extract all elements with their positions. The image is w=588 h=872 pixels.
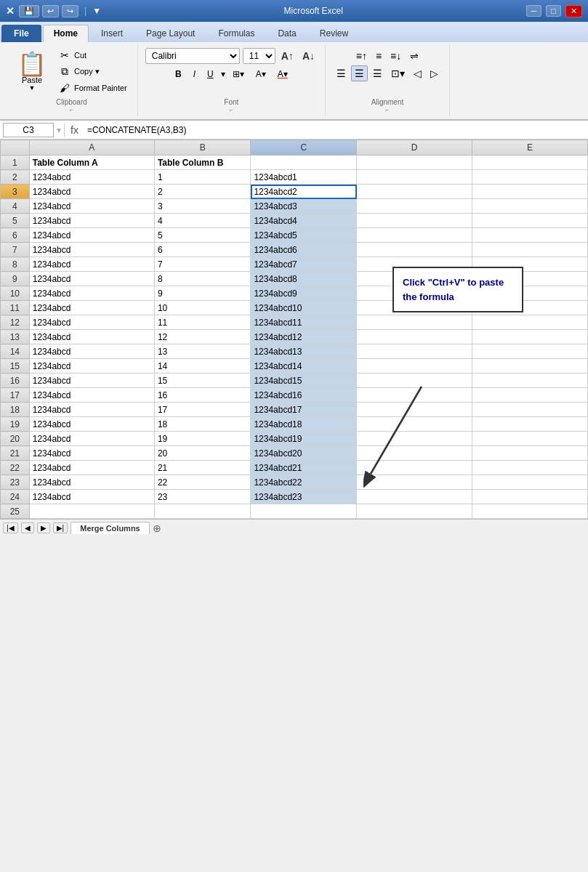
cell-a25[interactable] [29, 504, 154, 519]
cell-c21[interactable]: 1234abcd20 [251, 446, 357, 461]
cell-d5[interactable] [357, 214, 472, 228]
wrap-text-button[interactable]: ⇌ [406, 48, 422, 64]
cell-b21[interactable]: 20 [154, 446, 250, 461]
cell-d14[interactable] [357, 344, 472, 359]
row-header[interactable]: 8 [1, 257, 30, 272]
border-button[interactable]: ⊞▾ [228, 67, 249, 81]
cell-c16[interactable]: 1234abcd15 [251, 374, 357, 388]
row-header[interactable]: 12 [1, 315, 30, 330]
cell-e20[interactable] [472, 432, 588, 446]
italic-button[interactable]: I [189, 67, 200, 81]
cell-b4[interactable]: 3 [154, 199, 250, 214]
cell-a17[interactable]: 1234abcd [29, 388, 154, 403]
cell-a24[interactable]: 1234abcd [29, 490, 154, 504]
cell-b5[interactable]: 4 [154, 214, 250, 228]
col-header-e[interactable]: E [472, 140, 588, 156]
cell-c2[interactable]: 1234abcd1 [251, 170, 357, 185]
cell-a1[interactable]: Table Column A [29, 156, 154, 170]
cell-a2[interactable]: 1234abcd [29, 170, 154, 185]
cell-d13[interactable] [357, 330, 472, 344]
cell-a16[interactable]: 1234abcd [29, 374, 154, 388]
cell-b9[interactable]: 8 [154, 272, 250, 286]
font-grow-button[interactable]: A↑ [278, 49, 297, 63]
cell-b20[interactable]: 19 [154, 432, 250, 446]
formula-input[interactable] [84, 124, 585, 137]
col-header-d[interactable]: D [357, 140, 472, 156]
cell-a22[interactable]: 1234abcd [29, 461, 154, 475]
cell-c4[interactable]: 1234abcd3 [251, 199, 357, 214]
row-header[interactable]: 10 [1, 286, 30, 301]
cell-c7[interactable]: 1234abcd6 [251, 243, 357, 257]
col-header-b[interactable]: B [154, 140, 250, 156]
cell-e7[interactable] [472, 243, 588, 257]
cell-c17[interactable]: 1234abcd16 [251, 388, 357, 403]
row-header[interactable]: 7 [1, 243, 30, 257]
cell-e13[interactable] [472, 330, 588, 344]
cell-e15[interactable] [472, 359, 588, 374]
cell-b10[interactable]: 9 [154, 286, 250, 301]
underline-button[interactable]: U [203, 67, 218, 81]
align-center-button[interactable]: ☰ [351, 65, 368, 81]
cell-a21[interactable]: 1234abcd [29, 446, 154, 461]
cell-c8[interactable]: 1234abcd7 [251, 257, 357, 272]
font-size-selector[interactable]: 11 [243, 48, 275, 64]
cell-c13[interactable]: 1234abcd12 [251, 330, 357, 344]
close-button[interactable]: ✕ [565, 5, 582, 17]
undo-button[interactable]: ↩ [42, 5, 59, 17]
cell-a7[interactable]: 1234abcd [29, 243, 154, 257]
cell-e1[interactable] [472, 156, 588, 170]
cell-d15[interactable] [357, 359, 472, 374]
cell-c12[interactable]: 1234abcd11 [251, 315, 357, 330]
cell-d2[interactable] [357, 170, 472, 185]
row-header[interactable]: 3 [1, 185, 30, 199]
cell-e18[interactable] [472, 403, 588, 417]
row-header[interactable]: 11 [1, 301, 30, 315]
tab-insert[interactable]: Insert [90, 25, 134, 42]
cell-e23[interactable] [472, 475, 588, 490]
first-sheet-button[interactable]: |◀ [3, 522, 18, 533]
cell-e2[interactable] [472, 170, 588, 185]
cell-c24[interactable]: 1234abcd23 [251, 490, 357, 504]
tab-review[interactable]: Review [309, 25, 359, 42]
minimize-button[interactable]: ─ [526, 5, 542, 17]
cell-e16[interactable] [472, 374, 588, 388]
cell-b18[interactable]: 17 [154, 403, 250, 417]
row-header[interactable]: 21 [1, 446, 30, 461]
next-sheet-button[interactable]: ▶ [37, 522, 50, 533]
align-top-button[interactable]: ≡↑ [353, 48, 371, 64]
cell-b7[interactable]: 6 [154, 243, 250, 257]
font-family-selector[interactable]: Calibri [145, 48, 240, 64]
cell-a4[interactable]: 1234abcd [29, 199, 154, 214]
indent-decrease-button[interactable]: ◁ [410, 65, 425, 81]
align-bottom-button[interactable]: ≡↓ [387, 48, 405, 64]
tab-data[interactable]: Data [267, 25, 307, 42]
font-shrink-button[interactable]: A↓ [299, 49, 318, 63]
cell-a18[interactable]: 1234abcd [29, 403, 154, 417]
cell-b2[interactable]: 1 [154, 170, 250, 185]
row-header[interactable]: 20 [1, 432, 30, 446]
row-header[interactable]: 22 [1, 461, 30, 475]
cell-c22[interactable]: 1234abcd21 [251, 461, 357, 475]
cell-a3[interactable]: 1234abcd [29, 185, 154, 199]
cell-b19[interactable]: 18 [154, 417, 250, 432]
cell-c23[interactable]: 1234abcd22 [251, 475, 357, 490]
cell-b22[interactable]: 21 [154, 461, 250, 475]
cell-b15[interactable]: 14 [154, 359, 250, 374]
cell-b11[interactable]: 10 [154, 301, 250, 315]
cell-c25[interactable] [251, 504, 357, 519]
cell-a6[interactable]: 1234abcd [29, 228, 154, 243]
paste-button[interactable]: 📋 Paste ▼ [13, 49, 51, 94]
cell-e4[interactable] [472, 199, 588, 214]
row-header[interactable]: 19 [1, 417, 30, 432]
row-header[interactable]: 1 [1, 156, 30, 170]
cell-c10[interactable]: 1234abcd9 [251, 286, 357, 301]
cell-d3[interactable] [357, 185, 472, 199]
cell-e19[interactable] [472, 417, 588, 432]
cut-button[interactable]: ✂ Cut [55, 48, 130, 62]
cell-d12[interactable] [357, 315, 472, 330]
prev-sheet-button[interactable]: ◀ [21, 522, 34, 533]
cell-c5[interactable]: 1234abcd4 [251, 214, 357, 228]
row-header[interactable]: 5 [1, 214, 30, 228]
cell-b13[interactable]: 12 [154, 330, 250, 344]
cell-a12[interactable]: 1234abcd [29, 315, 154, 330]
